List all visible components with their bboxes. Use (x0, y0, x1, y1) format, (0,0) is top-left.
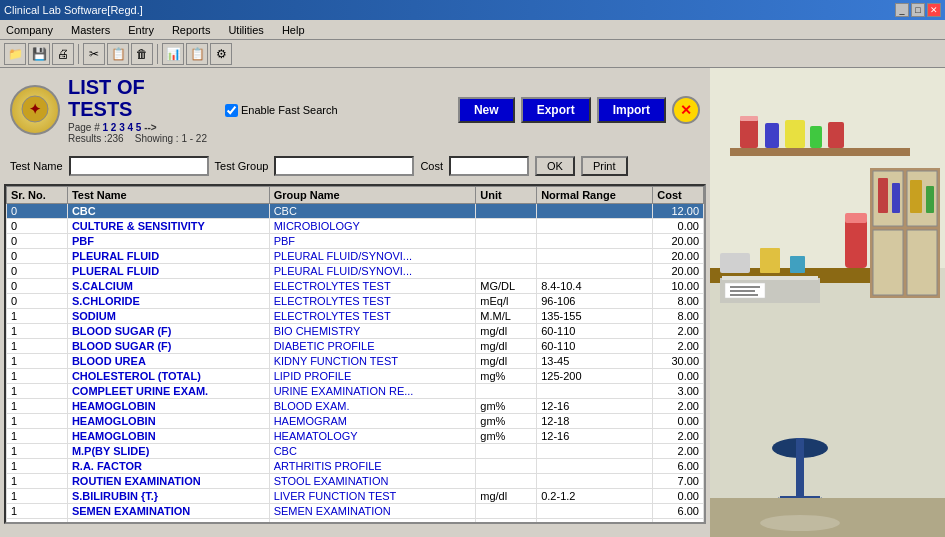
menu-reports[interactable]: Reports (168, 22, 215, 38)
page-3[interactable]: 3 (119, 122, 125, 133)
svg-rect-37 (730, 290, 755, 292)
page-5[interactable]: 5 (136, 122, 142, 133)
import-button[interactable]: Import (597, 97, 666, 123)
results-count: Results :236 (68, 133, 124, 144)
left-panel: ✦ LIST OF TESTS Page # 1 2 3 4 5 --> (0, 68, 710, 537)
page-2[interactable]: 2 (111, 122, 117, 133)
tests-table: Sr. No. Test Name Group Name Unit Normal… (6, 186, 704, 524)
cell-unit-2 (476, 234, 537, 249)
table-row[interactable]: 1 HEAMOGLOBIN HEAMATOLOGY gm% 12-16 2.00 (7, 429, 704, 444)
table-header-row: Sr. No. Test Name Group Name Unit Normal… (7, 187, 704, 204)
menu-entry[interactable]: Entry (124, 22, 158, 38)
cell-test-name-21: SEMEN EXAMINATIONS (67, 519, 269, 525)
table-row[interactable]: 0 CULTURE & SENSITIVITY MICROBIOLOGY 0.0… (7, 219, 704, 234)
page-info: Page # 1 2 3 4 5 --> Results :236 Showin… (68, 122, 207, 144)
table-row[interactable]: 1 BLOOD UREA KIDNY FUNCTION TEST mg/dl 1… (7, 354, 704, 369)
table-row[interactable]: 1 BLOOD SUGAR (F) DIABETIC PROFILE mg/dl… (7, 339, 704, 354)
table-row[interactable]: 1 ROUTIEN EXAMINATION STOOL EXAMINATION … (7, 474, 704, 489)
new-button[interactable]: New (458, 97, 515, 123)
toolbar-btn-7[interactable]: 📊 (162, 43, 184, 65)
table-row[interactable]: 0 PBF PBF 20.00 (7, 234, 704, 249)
table-row[interactable]: 1 R.A. FACTOR ARTHRITIS PROFILE 6.00 (7, 459, 704, 474)
cell-sr-17: 1 (7, 459, 68, 474)
table-row[interactable]: 1 S.BILIRUBIN {T.} LIVER FUNCTION TEST m… (7, 489, 704, 504)
cell-unit-10: mg/dl (476, 354, 537, 369)
toolbar-btn-1[interactable]: 📁 (4, 43, 26, 65)
logo: ✦ (10, 85, 60, 135)
cell-normal-7: 135-155 (537, 309, 653, 324)
cell-unit-9: mg/dl (476, 339, 537, 354)
cell-normal-4 (537, 264, 653, 279)
table-row[interactable]: 1 SEMEN EXAMINATION SEMEN EXAMINATION 6.… (7, 504, 704, 519)
table-row[interactable]: 1 COMPLEET URINE EXAM. URINE EXAMINATION… (7, 384, 704, 399)
cell-normal-15: 12-16 (537, 429, 653, 444)
page-arrow[interactable]: --> (144, 122, 157, 133)
minimize-button[interactable]: _ (895, 3, 909, 17)
print-button[interactable]: Print (581, 156, 628, 176)
cell-test-name-15: HEAMOGLOBIN (67, 429, 269, 444)
cell-sr-20: 1 (7, 504, 68, 519)
cell-test-name-0: CBC (67, 204, 269, 219)
table-row[interactable]: 1 HEAMOGLOBIN HAEMOGRAM gm% 12-18 0.00 (7, 414, 704, 429)
close-button[interactable]: ✕ (672, 96, 700, 124)
cell-test-name-18: ROUTIEN EXAMINATION (67, 474, 269, 489)
table-row[interactable]: 1 CHOLESTEROL (TOTAL) LIPID PROFILE mg% … (7, 369, 704, 384)
export-button[interactable]: Export (521, 97, 591, 123)
menu-help[interactable]: Help (278, 22, 309, 38)
toolbar-btn-2[interactable]: 💾 (28, 43, 50, 65)
col-cost: Cost (653, 187, 704, 204)
table-row[interactable]: 1 HEAMOGLOBIN BLOOD EXAM. gm% 12-16 2.00 (7, 399, 704, 414)
table-row[interactable]: 0 S.CHLORIDE ELECTROLYTES TEST mEq/l 96-… (7, 294, 704, 309)
table-row[interactable]: 1 M.P(BY SLIDE) CBC 2.00 (7, 444, 704, 459)
window-controls[interactable]: _ □ ✕ (895, 3, 941, 17)
cell-sr-13: 1 (7, 399, 68, 414)
table-row[interactable]: 1 SODIUM ELECTROLYTES TEST M.M/L 135-155… (7, 309, 704, 324)
cell-cost-11: 0.00 (653, 369, 704, 384)
test-group-input[interactable] (274, 156, 414, 176)
cell-unit-5: MG/DL (476, 279, 537, 294)
page-4[interactable]: 4 (128, 122, 134, 133)
cell-unit-1 (476, 219, 537, 234)
main-layout: ✦ LIST OF TESTS Page # 1 2 3 4 5 --> (0, 68, 945, 537)
fast-search-checkbox[interactable] (225, 104, 238, 117)
maximize-button[interactable]: □ (911, 3, 925, 17)
toolbar-btn-4[interactable]: ✂ (83, 43, 105, 65)
svg-rect-22 (845, 213, 867, 223)
table-row[interactable]: 0 PLUERAL FLUID PLEURAL FLUID/SYNOVI... … (7, 264, 704, 279)
menu-utilities[interactable]: Utilities (224, 22, 267, 38)
menu-company[interactable]: Company (2, 22, 57, 38)
menu-masters[interactable]: Masters (67, 22, 114, 38)
cell-group-11: LIPID PROFILE (269, 369, 476, 384)
ok-button[interactable]: OK (535, 156, 575, 176)
toolbar-btn-6[interactable]: 🗑 (131, 43, 153, 65)
toolbar: 📁 💾 🖨 ✂ 📋 🗑 📊 📋 ⚙ (0, 40, 945, 68)
table-row[interactable]: 1 BLOOD SUGAR (F) BIO CHEMISTRY mg/dl 60… (7, 324, 704, 339)
cell-sr-15: 1 (7, 429, 68, 444)
toolbar-btn-5[interactable]: 📋 (107, 43, 129, 65)
cell-test-name-3: PLEURAL FLUID (67, 249, 269, 264)
cell-test-name-19: S.BILIRUBIN {T.} (67, 489, 269, 504)
table-row[interactable]: 0 CBC CBC 12.00 (7, 204, 704, 219)
svg-rect-6 (740, 118, 758, 148)
svg-rect-24 (760, 248, 780, 273)
table-row[interactable]: 0 PLEURAL FLUID PLEURAL FLUID/SYNOVI... … (7, 249, 704, 264)
cell-group-17: ARTHRITIS PROFILE (269, 459, 476, 474)
test-name-input[interactable] (69, 156, 209, 176)
window-close-button[interactable]: ✕ (927, 3, 941, 17)
table-row[interactable]: 1 SEMEN EXAMINATIONS SEMEN ANALYSIS 6.00 (7, 519, 704, 525)
page-numbers: 1 2 3 4 5 --> (102, 122, 156, 133)
svg-rect-10 (810, 126, 822, 148)
toolbar-btn-3[interactable]: 🖨 (52, 43, 74, 65)
cost-input[interactable] (449, 156, 529, 176)
toolbar-btn-9[interactable]: ⚙ (210, 43, 232, 65)
svg-rect-9 (785, 120, 805, 148)
cell-group-20: SEMEN EXAMINATION (269, 504, 476, 519)
table-row[interactable]: 0 S.CALCIUM ELECTROLYTES TEST MG/DL 8.4-… (7, 279, 704, 294)
toolbar-btn-8[interactable]: 📋 (186, 43, 208, 65)
col-group-name: Group Name (269, 187, 476, 204)
page-1[interactable]: 1 (102, 122, 108, 133)
col-test-name: Test Name (67, 187, 269, 204)
cell-cost-13: 2.00 (653, 399, 704, 414)
cell-test-name-6: S.CHLORIDE (67, 294, 269, 309)
header-area: ✦ LIST OF TESTS Page # 1 2 3 4 5 --> (4, 72, 706, 148)
